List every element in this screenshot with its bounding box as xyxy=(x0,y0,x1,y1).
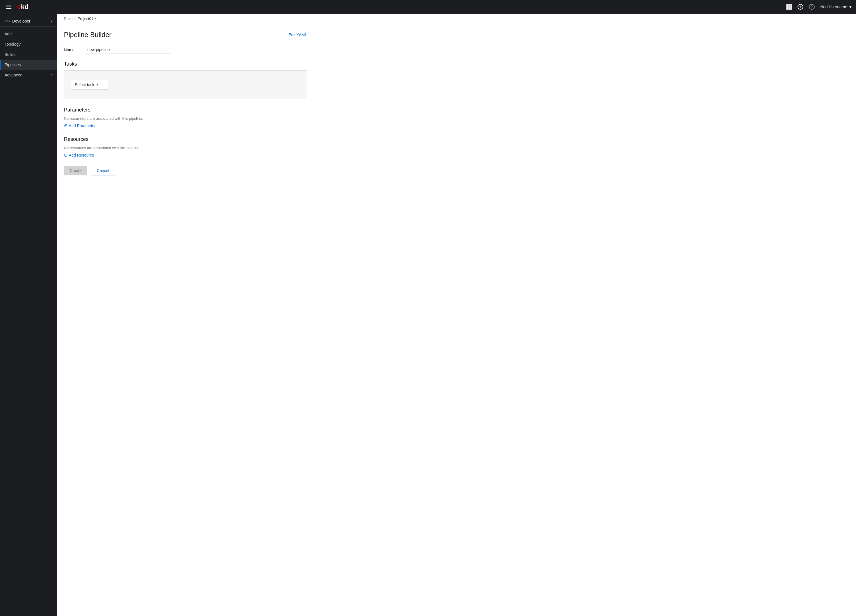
page-header: Pipeline Builder Edit YAML xyxy=(64,31,307,39)
select-task-label: Select task xyxy=(75,82,94,87)
name-label: Name xyxy=(64,48,78,52)
resources-section-title: Resources xyxy=(64,136,307,142)
sidebar-item-builds[interactable]: Builds xyxy=(0,49,57,60)
user-menu[interactable]: Ned Username ▾ xyxy=(821,5,851,9)
name-row: Name xyxy=(64,46,307,54)
add-resource-label: Add Resource xyxy=(69,153,94,157)
main-content: Project: Project01 ▾ Pipeline Builder Ed… xyxy=(57,14,856,616)
parameters-section: Parameters No parameters are associated … xyxy=(64,107,307,128)
parameters-empty-text: No parameters are associated with this p… xyxy=(64,116,307,121)
create-button[interactable]: Create xyxy=(64,166,87,175)
developer-icon: </> xyxy=(5,19,10,23)
sidebar-item-add[interactable]: Add xyxy=(0,29,57,39)
add-parameter-label: Add Parameter xyxy=(69,123,95,128)
sidebar-item-topology[interactable]: Topology xyxy=(0,39,57,49)
name-input[interactable] xyxy=(85,46,171,54)
pipeline-builder-content: Pipeline Builder Edit YAML Name Tasks Se… xyxy=(57,24,314,182)
sidebar-item-pipelines[interactable]: Pipelines xyxy=(0,60,57,70)
cancel-button[interactable]: Cancel xyxy=(91,166,115,175)
hamburger-menu[interactable] xyxy=(5,4,12,10)
help-icon[interactable]: ? xyxy=(809,4,814,10)
tasks-area: Select task ▾ xyxy=(64,71,307,99)
tasks-section: Tasks Select task ▾ xyxy=(64,61,307,99)
sidebar-item-advanced[interactable]: Advanced › xyxy=(0,70,57,80)
topnav-icons: + ? Ned Username ▾ xyxy=(787,4,851,10)
add-parameter-link[interactable]: ⊕ Add Parameter xyxy=(64,123,307,128)
add-resource-icon: ⊕ xyxy=(64,152,68,158)
username-label: Ned Username xyxy=(821,5,847,9)
resources-section: Resources No resources are associated wi… xyxy=(64,136,307,158)
add-parameter-icon: ⊕ xyxy=(64,123,68,128)
project-name-label: Project01 xyxy=(78,17,93,21)
project-selector[interactable]: Project01 ▾ xyxy=(78,17,96,21)
topnav: okd + ? Ned Username ▾ xyxy=(0,0,856,14)
dropdown-chevron-icon: ▾ xyxy=(97,83,98,87)
edit-yaml-link[interactable]: Edit YAML xyxy=(288,31,307,37)
layout: </> Developer ▾ Add Topology Builds Pipe… xyxy=(0,14,856,616)
sidebar: </> Developer ▾ Add Topology Builds Pipe… xyxy=(0,14,57,616)
add-icon[interactable]: + xyxy=(797,4,803,10)
advanced-chevron-icon: › xyxy=(51,73,52,77)
project-label: Project: xyxy=(64,17,77,21)
select-task-dropdown[interactable]: Select task ▾ xyxy=(71,80,108,89)
logo: okd xyxy=(17,3,28,11)
logo-o: o xyxy=(17,3,21,10)
perspective-switcher[interactable]: </> Developer ▾ xyxy=(0,16,57,26)
tasks-section-title: Tasks xyxy=(64,61,307,67)
add-resource-link[interactable]: ⊕ Add Resource xyxy=(64,152,307,158)
page-title: Pipeline Builder xyxy=(64,31,112,39)
form-buttons: Create Cancel xyxy=(64,166,307,175)
logo-kd: kd xyxy=(21,3,28,10)
perspective-chevron-icon: ▾ xyxy=(51,19,52,23)
perspective-label: Developer xyxy=(12,19,31,23)
project-bar: Project: Project01 ▾ xyxy=(57,14,856,24)
project-chevron-icon: ▾ xyxy=(94,17,96,20)
parameters-section-title: Parameters xyxy=(64,107,307,113)
user-chevron-icon: ▾ xyxy=(850,5,851,9)
grid-icon[interactable] xyxy=(787,4,792,10)
resources-empty-text: No resources are associated with this pi… xyxy=(64,146,307,150)
